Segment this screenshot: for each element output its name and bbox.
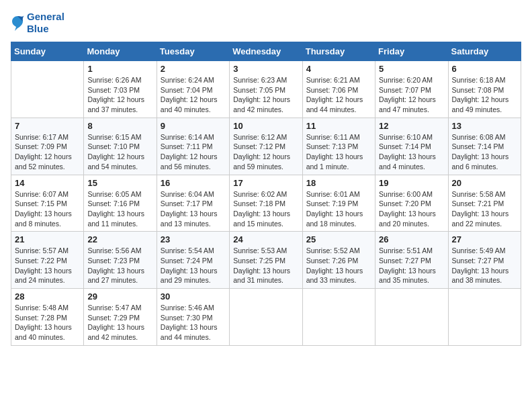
calendar-cell: 4 Sunrise: 6:21 AMSunset: 7:06 PMDayligh… <box>302 61 375 118</box>
header-day: Saturday <box>448 42 521 61</box>
day-info: Sunrise: 6:26 AMSunset: 7:03 PMDaylight:… <box>87 75 152 115</box>
calendar-table: SundayMondayTuesdayWednesdayThursdayFrid… <box>11 42 521 346</box>
calendar-cell: 24 Sunrise: 5:53 AMSunset: 7:25 PMDaylig… <box>230 232 302 289</box>
day-info: Sunrise: 6:20 AMSunset: 7:07 PMDaylight:… <box>379 75 444 115</box>
day-info: Sunrise: 5:58 AMSunset: 7:21 PMDaylight:… <box>452 189 517 229</box>
day-number: 27 <box>452 234 517 244</box>
day-info: Sunrise: 6:02 AMSunset: 7:18 PMDaylight:… <box>233 189 298 229</box>
calendar-cell: 15 Sunrise: 6:05 AMSunset: 7:16 PMDaylig… <box>84 175 157 232</box>
day-info: Sunrise: 6:14 AMSunset: 7:11 PMDaylight:… <box>161 132 226 172</box>
calendar-cell: 5 Sunrise: 6:20 AMSunset: 7:07 PMDayligh… <box>375 61 448 118</box>
day-number: 30 <box>161 291 226 302</box>
day-info: Sunrise: 6:01 AMSunset: 7:19 PMDaylight:… <box>306 189 371 229</box>
calendar-cell: 6 Sunrise: 6:18 AMSunset: 7:08 PMDayligh… <box>448 61 521 118</box>
day-info: Sunrise: 6:17 AMSunset: 7:09 PMDaylight:… <box>15 132 80 172</box>
day-number: 12 <box>379 121 444 131</box>
day-number: 26 <box>379 234 444 244</box>
day-info: Sunrise: 5:51 AMSunset: 7:27 PMDaylight:… <box>379 246 444 285</box>
day-info: Sunrise: 5:49 AMSunset: 7:27 PMDaylight:… <box>452 246 517 285</box>
day-info: Sunrise: 6:00 AMSunset: 7:20 PMDaylight:… <box>379 189 444 229</box>
logo-blue: Blue <box>27 23 64 35</box>
calendar-cell: 12 Sunrise: 6:10 AMSunset: 7:14 PMDaylig… <box>375 118 448 175</box>
calendar-cell: 2 Sunrise: 6:24 AMSunset: 7:04 PMDayligh… <box>157 61 229 118</box>
day-number: 16 <box>161 178 226 188</box>
logo: General Blue <box>11 11 64 35</box>
day-info: Sunrise: 5:56 AMSunset: 7:23 PMDaylight:… <box>87 246 152 285</box>
day-number: 3 <box>233 64 298 74</box>
calendar-cell: 1 Sunrise: 6:26 AMSunset: 7:03 PMDayligh… <box>84 61 157 118</box>
day-number: 7 <box>15 121 80 131</box>
calendar-cell: 10 Sunrise: 6:12 AMSunset: 7:12 PMDaylig… <box>230 118 302 175</box>
calendar-cell: 29 Sunrise: 5:47 AMSunset: 7:29 PMDaylig… <box>84 289 157 346</box>
calendar-week-row: 14 Sunrise: 6:07 AMSunset: 7:15 PMDaylig… <box>11 175 521 232</box>
day-number: 8 <box>87 121 152 131</box>
day-number: 4 <box>306 64 371 74</box>
calendar-cell <box>230 289 302 346</box>
calendar-cell <box>11 61 84 118</box>
calendar-cell: 27 Sunrise: 5:49 AMSunset: 7:27 PMDaylig… <box>448 232 521 289</box>
day-number: 1 <box>87 64 152 74</box>
calendar-cell: 25 Sunrise: 5:52 AMSunset: 7:26 PMDaylig… <box>302 232 375 289</box>
logo-name: General <box>27 11 64 23</box>
day-info: Sunrise: 6:08 AMSunset: 7:14 PMDaylight:… <box>452 132 517 172</box>
day-info: Sunrise: 5:54 AMSunset: 7:24 PMDaylight:… <box>161 246 226 285</box>
day-number: 15 <box>87 178 152 188</box>
calendar-cell <box>302 289 375 346</box>
calendar-cell: 21 Sunrise: 5:57 AMSunset: 7:22 PMDaylig… <box>11 232 84 289</box>
calendar-week-row: 7 Sunrise: 6:17 AMSunset: 7:09 PMDayligh… <box>11 118 521 175</box>
day-info: Sunrise: 6:24 AMSunset: 7:04 PMDaylight:… <box>161 75 226 115</box>
day-info: Sunrise: 6:05 AMSunset: 7:16 PMDaylight:… <box>87 189 152 229</box>
day-info: Sunrise: 6:11 AMSunset: 7:13 PMDaylight:… <box>306 132 371 172</box>
calendar-cell: 14 Sunrise: 6:07 AMSunset: 7:15 PMDaylig… <box>11 175 84 232</box>
day-info: Sunrise: 6:12 AMSunset: 7:12 PMDaylight:… <box>233 132 298 172</box>
calendar-cell: 16 Sunrise: 6:04 AMSunset: 7:17 PMDaylig… <box>157 175 229 232</box>
day-number: 17 <box>233 178 298 188</box>
day-number: 24 <box>233 234 298 244</box>
day-info: Sunrise: 6:10 AMSunset: 7:14 PMDaylight:… <box>379 132 444 172</box>
calendar-cell <box>448 289 521 346</box>
calendar-cell: 28 Sunrise: 5:48 AMSunset: 7:28 PMDaylig… <box>11 289 84 346</box>
calendar-cell: 19 Sunrise: 6:00 AMSunset: 7:20 PMDaylig… <box>375 175 448 232</box>
day-info: Sunrise: 5:48 AMSunset: 7:28 PMDaylight:… <box>15 303 80 342</box>
day-number: 2 <box>161 64 226 74</box>
calendar-cell: 30 Sunrise: 5:46 AMSunset: 7:30 PMDaylig… <box>157 289 229 346</box>
day-number: 18 <box>306 178 371 188</box>
header-day: Sunday <box>11 42 84 61</box>
day-info: Sunrise: 6:21 AMSunset: 7:06 PMDaylight:… <box>306 75 371 115</box>
day-number: 20 <box>452 178 517 188</box>
day-number: 10 <box>233 121 298 131</box>
logo-bird-icon <box>11 15 24 31</box>
day-number: 29 <box>87 291 152 302</box>
day-number: 21 <box>15 234 80 244</box>
day-info: Sunrise: 5:47 AMSunset: 7:29 PMDaylight:… <box>87 303 152 342</box>
calendar-cell: 11 Sunrise: 6:11 AMSunset: 7:13 PMDaylig… <box>302 118 375 175</box>
day-info: Sunrise: 6:15 AMSunset: 7:10 PMDaylight:… <box>87 132 152 172</box>
day-number: 19 <box>379 178 444 188</box>
day-number: 5 <box>379 64 444 74</box>
page-header: General Blue <box>11 11 521 35</box>
day-number: 14 <box>15 178 80 188</box>
calendar-cell: 8 Sunrise: 6:15 AMSunset: 7:10 PMDayligh… <box>84 118 157 175</box>
day-info: Sunrise: 5:57 AMSunset: 7:22 PMDaylight:… <box>15 246 80 285</box>
calendar-cell: 7 Sunrise: 6:17 AMSunset: 7:09 PMDayligh… <box>11 118 84 175</box>
calendar-week-row: 21 Sunrise: 5:57 AMSunset: 7:22 PMDaylig… <box>11 232 521 289</box>
header-day: Friday <box>375 42 448 61</box>
calendar-cell: 22 Sunrise: 5:56 AMSunset: 7:23 PMDaylig… <box>84 232 157 289</box>
header-row: SundayMondayTuesdayWednesdayThursdayFrid… <box>11 42 521 61</box>
day-info: Sunrise: 5:46 AMSunset: 7:30 PMDaylight:… <box>161 303 226 342</box>
day-info: Sunrise: 6:04 AMSunset: 7:17 PMDaylight:… <box>161 189 226 229</box>
calendar-week-row: 1 Sunrise: 6:26 AMSunset: 7:03 PMDayligh… <box>11 61 521 118</box>
day-number: 13 <box>452 121 517 131</box>
calendar-cell: 26 Sunrise: 5:51 AMSunset: 7:27 PMDaylig… <box>375 232 448 289</box>
day-info: Sunrise: 6:07 AMSunset: 7:15 PMDaylight:… <box>15 189 80 229</box>
day-number: 28 <box>15 291 80 302</box>
day-number: 6 <box>452 64 517 74</box>
calendar-cell: 9 Sunrise: 6:14 AMSunset: 7:11 PMDayligh… <box>157 118 229 175</box>
header-day: Monday <box>84 42 157 61</box>
day-number: 23 <box>161 234 226 244</box>
calendar-cell: 17 Sunrise: 6:02 AMSunset: 7:18 PMDaylig… <box>230 175 302 232</box>
day-info: Sunrise: 5:53 AMSunset: 7:25 PMDaylight:… <box>233 246 298 285</box>
day-info: Sunrise: 6:23 AMSunset: 7:05 PMDaylight:… <box>233 75 298 115</box>
header-day: Thursday <box>302 42 375 61</box>
header-day: Tuesday <box>157 42 229 61</box>
